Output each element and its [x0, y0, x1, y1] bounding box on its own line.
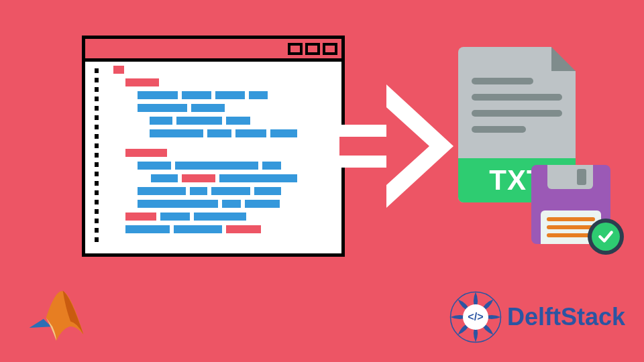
- window-button-icon: [323, 43, 337, 55]
- delftstack-badge-icon: </>: [463, 304, 488, 330]
- export-arrow-icon: [339, 84, 460, 208]
- window-titlebar: [85, 39, 341, 62]
- window-button-icon: [305, 43, 320, 55]
- doc-fold-corner-icon: [551, 47, 576, 71]
- window-button-icon: [288, 43, 303, 55]
- success-check-icon: [588, 219, 624, 255]
- brand-name: DelftStack: [507, 303, 625, 331]
- delftstack-mandala-icon: </>: [449, 291, 502, 343]
- delftstack-logo: </> DelftStack: [449, 291, 625, 343]
- floppy-shutter-icon: [547, 165, 593, 189]
- matlab-logo-icon: [24, 282, 89, 346]
- code-window: [82, 36, 345, 257]
- doc-text-lines-icon: [472, 78, 562, 133]
- code-body: [95, 66, 335, 247]
- code-lines: [105, 66, 335, 238]
- line-number-gutter-icon: [95, 68, 99, 244]
